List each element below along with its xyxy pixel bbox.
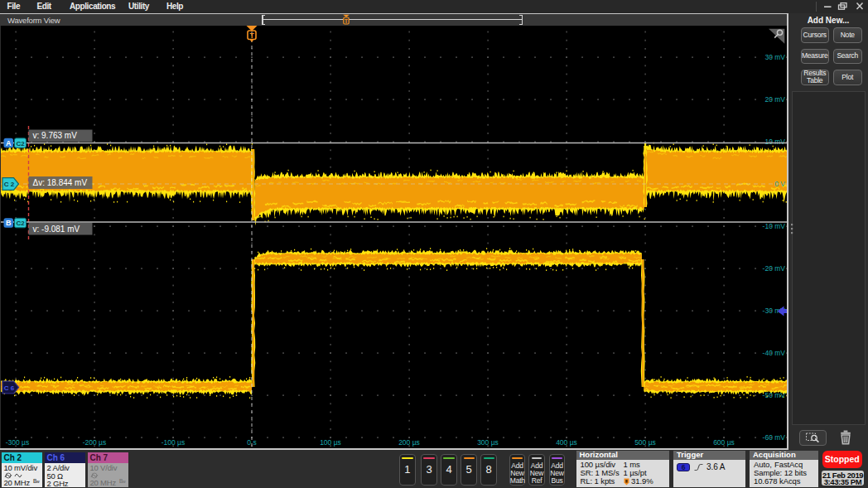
- svg-text:Δv: 18.844 mV: Δv: 18.844 mV: [32, 178, 87, 187]
- svg-text:500 µs: 500 µs: [634, 438, 656, 447]
- svg-text:-100 µs: -100 µs: [161, 438, 185, 447]
- svg-text:30 mV: 30 mV: [764, 53, 785, 61]
- svg-text:300 µs: 300 µs: [477, 438, 499, 447]
- svg-text:400 µs: 400 µs: [556, 438, 577, 447]
- svg-text:600 µs: 600 µs: [713, 438, 735, 447]
- svg-text:C 2: C 2: [3, 181, 14, 188]
- svg-text:10 mV: 10 mV: [764, 138, 785, 146]
- svg-text:-200 µs: -200 µs: [82, 438, 106, 447]
- svg-text:B: B: [5, 219, 11, 227]
- svg-text:v: 9.763 mV: v: 9.763 mV: [32, 131, 77, 140]
- svg-text:T: T: [249, 31, 254, 40]
- svg-text:200 µs: 200 µs: [398, 438, 420, 447]
- svg-text:20 mV: 20 mV: [764, 95, 785, 104]
- svg-text:-10 mV: -10 mV: [762, 222, 785, 230]
- svg-text:v: -9.081 mV: v: -9.081 mV: [32, 225, 80, 234]
- svg-text:-50 mV: -50 mV: [762, 391, 785, 399]
- svg-text:100 µs: 100 µs: [320, 438, 341, 447]
- svg-text:-60 mV: -60 mV: [762, 433, 785, 442]
- svg-text:C2: C2: [16, 140, 25, 147]
- svg-text:-20 mV: -20 mV: [762, 264, 785, 273]
- svg-text:A: A: [5, 139, 11, 147]
- svg-text:-40 mV: -40 mV: [762, 349, 785, 357]
- svg-text:-300 µs: -300 µs: [5, 438, 29, 447]
- svg-text:T: T: [345, 18, 349, 24]
- svg-text:C 6: C 6: [3, 384, 14, 392]
- svg-text:C2: C2: [16, 220, 25, 227]
